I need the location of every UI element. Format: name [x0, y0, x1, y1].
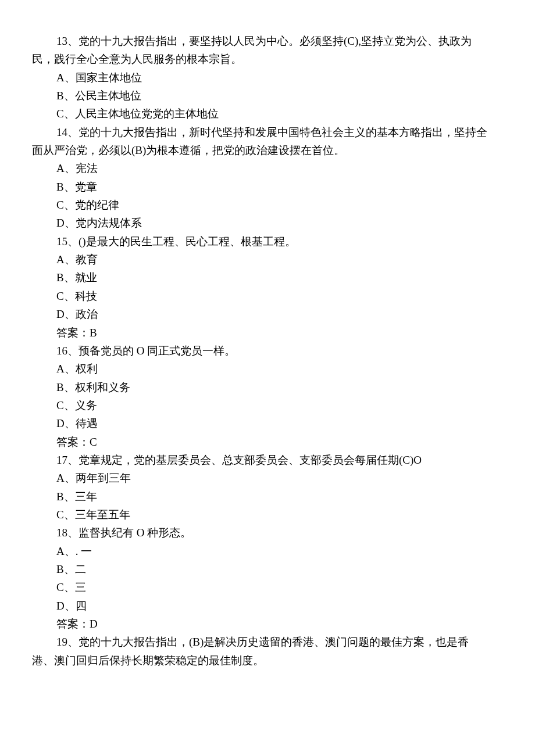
q15-answer: 答案：B	[32, 324, 503, 342]
q16-answer: 答案：C	[32, 433, 503, 451]
q14-option-b: B、党章	[32, 178, 503, 196]
q17-stem: 17、党章规定，党的基层委员会、总支部委员会、支部委员会每届任期(C)O	[32, 451, 503, 469]
document-page: 13、党的十九大报告指出，要坚持以人民为中心。必须坚持(C),坚持立党为公、执政…	[0, 0, 535, 756]
q15-option-c: C、科技	[32, 287, 503, 305]
q18-option-a: A、. 一	[32, 542, 503, 560]
q18-stem: 18、监督执纪有 O 种形态。	[32, 524, 503, 542]
q16-stem: 16、预备党员的 O 同正式党员一样。	[32, 342, 503, 360]
q17-option-c: C、三年至五年	[32, 506, 503, 524]
q15-option-d: D、政治	[32, 305, 503, 323]
q14-option-a: A、宪法	[32, 159, 503, 177]
q14-stem-line2: 面从严治党，必须以(B)为根本遵循，把党的政治建设摆在首位。	[32, 141, 503, 159]
q13-option-a: A、国家主体地位	[32, 69, 503, 87]
q13-stem-line1: 13、党的十九大报告指出，要坚持以人民为中心。必须坚持(C),坚持立党为公、执政…	[32, 32, 503, 50]
q14-stem-line1: 14、党的十九大报告指出，新时代坚持和发展中国特色社会主义的基本方略指出，坚持全	[32, 123, 503, 141]
q15-option-b: B、就业	[32, 268, 503, 286]
q13-option-c: C、人民主体地位党党的主体地位	[32, 105, 503, 123]
q18-option-d: D、四	[32, 597, 503, 615]
q18-answer: 答案：D	[32, 615, 503, 633]
q14-option-d: D、党内法规体系	[32, 214, 503, 232]
q16-option-b: B、权利和义务	[32, 378, 503, 396]
q18-option-c: C、三	[32, 578, 503, 596]
q14-option-c: C、党的纪律	[32, 196, 503, 214]
q17-option-b: B、三年	[32, 488, 503, 506]
q15-option-a: A、教育	[32, 250, 503, 268]
q13-option-b: B、公民主体地位	[32, 87, 503, 105]
q19-stem-line1: 19、党的十九大报告指出，(B)是解决历史遗留的香港、澳门问题的最佳方案，也是香	[32, 633, 503, 651]
q13-stem-line2: 民，践行全心全意为人民服务的根本宗旨。	[32, 50, 503, 68]
q15-stem: 15、()是最大的民生工程、民心工程、根基工程。	[32, 232, 503, 250]
q16-option-d: D、待遇	[32, 414, 503, 432]
q19-stem-line2: 港、澳门回归后保持长期繁荣稳定的最佳制度。	[32, 651, 503, 669]
q18-option-b: B、二	[32, 560, 503, 578]
q16-option-c: C、义务	[32, 396, 503, 414]
q17-option-a: A、两年到三年	[32, 469, 503, 487]
q16-option-a: A、权利	[32, 360, 503, 378]
